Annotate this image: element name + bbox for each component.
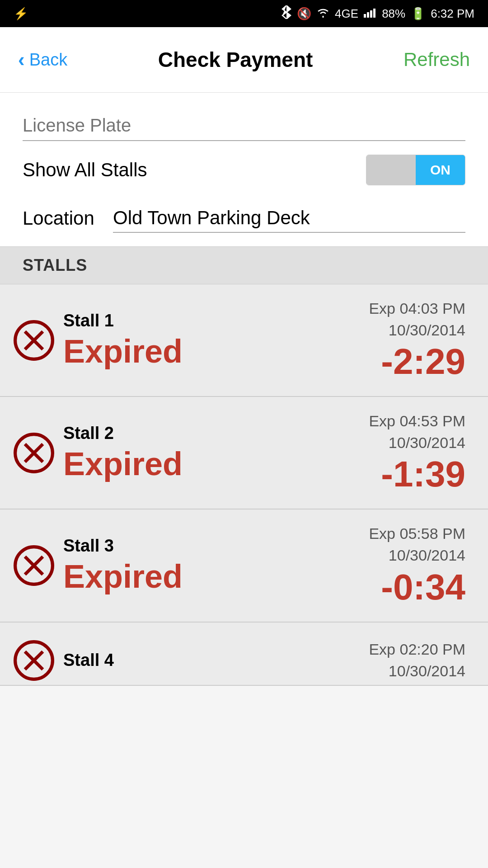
status-bar: ⚡ 🔇 4GE 88 [0,0,488,27]
stall-item[interactable]: Stall 2 Expired Exp 04:53 PM 10/30/2014 … [0,397,488,509]
status-bar-right: 🔇 4GE 88% 🔋 6:32 PM [282,5,474,22]
svg-rect-0 [364,14,366,18]
toggle-off-part [366,155,416,185]
stalls-list: Stall 1 Expired Exp 04:03 PM 10/30/2014 … [0,284,488,686]
stall-right: Exp 04:53 PM 10/30/2014 -1:39 [369,410,465,495]
refresh-button[interactable]: Refresh [404,49,470,71]
wifi-icon [317,7,329,21]
expired-icon [14,433,54,473]
stall-name-status: Stall 3 Expired [63,536,183,595]
back-chevron-icon: ‹ [18,48,25,71]
stall-exp: Exp 05:58 PM 10/30/2014 [369,523,465,566]
location-label: Location [23,208,99,229]
time-label: 6:32 PM [431,7,474,21]
expired-icon [14,640,54,681]
show-all-stalls-toggle[interactable]: ON [366,155,465,185]
stall-time: -2:29 [369,341,465,382]
toggle-on-label: ON [416,155,465,185]
stall-time: -0:34 [369,566,465,608]
form-section: Show All Stalls ON Location Old Town Par… [0,93,488,247]
stall-name: Stall 1 [63,311,183,330]
stall-exp: Exp 02:20 PM 10/30/2014 [369,639,465,682]
stall-item[interactable]: Stall 1 Expired Exp 04:03 PM 10/30/2014 … [0,284,488,397]
battery-icon: 🔋 [411,7,425,21]
show-all-stalls-row: Show All Stalls ON [23,155,465,185]
expired-icon [14,320,54,361]
location-select[interactable]: Old Town Parking Deck [113,203,465,233]
bluetooth-icon [282,5,291,22]
svg-rect-1 [367,12,369,18]
page-title: Check Payment [158,47,313,72]
stall-name: Stall 2 [63,424,183,443]
svg-rect-2 [370,10,372,18]
license-plate-input[interactable] [23,111,465,141]
stall-status: Expired [63,333,183,370]
back-button[interactable]: ‹ Back [18,48,67,71]
nav-bar: ‹ Back Check Payment Refresh [0,27,488,93]
signal-icon [364,7,376,21]
stall-exp: Exp 04:53 PM 10/30/2014 [369,410,465,453]
stall-right: Exp 05:58 PM 10/30/2014 -0:34 [369,523,465,608]
location-row: Location Old Town Parking Deck [23,203,465,233]
battery-label: 88% [382,7,405,21]
stall-left: Stall 4 [14,640,369,681]
stall-status: Expired [63,445,183,482]
back-label: Back [29,50,67,70]
expired-icon [14,545,54,586]
svg-rect-3 [373,9,375,18]
stall-time: -1:39 [369,453,465,495]
stall-left: Stall 2 Expired [14,424,369,482]
stall-left: Stall 1 Expired [14,311,369,370]
stall-left: Stall 3 Expired [14,536,369,595]
stall-name: Stall 3 [63,536,183,556]
status-bar-left: ⚡ [14,7,28,21]
stall-name: Stall 4 [63,651,114,670]
show-all-stalls-label: Show All Stalls [23,159,147,181]
stall-name-status: Stall 1 Expired [63,311,183,370]
stall-name-status: Stall 4 [63,651,114,670]
stall-item[interactable]: Stall 4 Exp 02:20 PM 10/30/2014 [0,623,488,686]
stall-status: Expired [63,558,183,595]
stall-exp: Exp 04:03 PM 10/30/2014 [369,298,465,341]
stalls-header: STALLS [0,247,488,284]
network-type-label: 4GE [335,7,358,21]
usb-icon: ⚡ [14,7,28,21]
mute-icon: 🔇 [297,7,311,21]
stall-name-status: Stall 2 Expired [63,424,183,482]
stall-right: Exp 02:20 PM 10/30/2014 [369,639,465,682]
stall-item[interactable]: Stall 3 Expired Exp 05:58 PM 10/30/2014 … [0,509,488,622]
stall-right: Exp 04:03 PM 10/30/2014 -2:29 [369,298,465,382]
